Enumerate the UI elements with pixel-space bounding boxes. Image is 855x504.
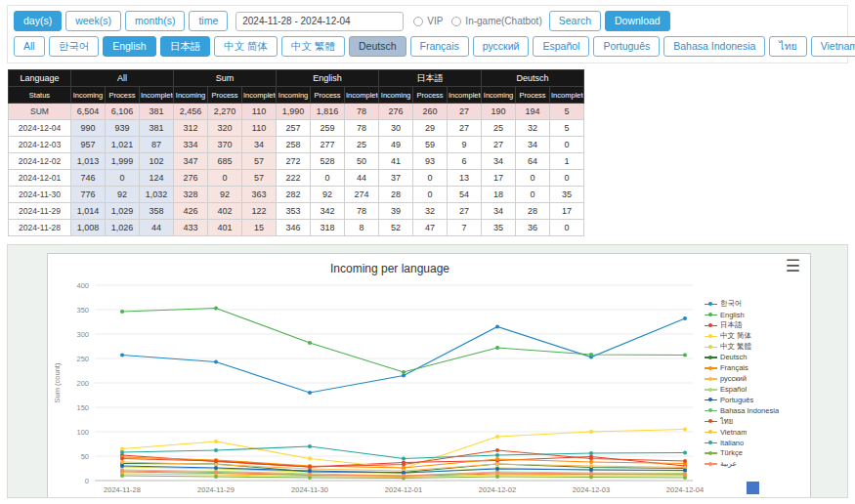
row-label: 2024-12-02 <box>9 153 71 170</box>
legend-item[interactable]: Deutsch <box>705 352 789 362</box>
language-button[interactable]: 中文 繁體 <box>281 36 345 57</box>
svg-text:400: 400 <box>76 281 89 290</box>
ingame-chatbot-checkbox[interactable]: In-game(Chatbot) <box>451 16 541 26</box>
legend-item[interactable]: 中文 简体 <box>705 331 789 342</box>
table-cell: 6 <box>448 153 482 170</box>
row-label: 2024-11-30 <box>9 187 71 203</box>
chart-legend: 한국어English日本語中文 简体中文 繁體DeutschFrançaisру… <box>705 299 789 469</box>
header-subcolumn: Process <box>413 87 448 104</box>
table-cell: 52 <box>379 220 413 236</box>
table-cell: 358 <box>140 203 174 220</box>
legend-item[interactable]: عربية <box>705 458 789 469</box>
header-subcolumn: Incomplete <box>550 87 584 104</box>
table-cell: 276 <box>379 104 413 120</box>
language-button[interactable]: Vietnam <box>811 36 855 57</box>
table-cell: 746 <box>71 170 106 187</box>
period-button-days[interactable]: day(s) <box>14 11 62 31</box>
period-button-months[interactable]: month(s) <box>125 11 185 31</box>
table-cell: 6,106 <box>106 104 140 120</box>
legend-item[interactable]: Português <box>705 395 789 405</box>
language-button[interactable]: 日本語 <box>160 36 211 57</box>
language-button[interactable]: Português <box>593 36 660 57</box>
table-cell: 257 <box>277 120 311 137</box>
legend-item[interactable]: 日本語 <box>705 320 789 331</box>
language-button[interactable]: 한국어 <box>49 36 100 57</box>
legend-item[interactable]: English <box>705 310 789 320</box>
table-cell: 47 <box>413 220 448 236</box>
table-cell: 260 <box>413 104 448 120</box>
legend-item[interactable]: Français <box>705 362 789 373</box>
table-row: 2024-12-017460124276057222044370131700 <box>9 170 584 187</box>
language-button[interactable]: Français <box>410 36 469 57</box>
table-cell: 274 <box>345 187 379 203</box>
legend-scroll-thumb[interactable] <box>747 482 759 494</box>
language-button[interactable]: All <box>14 36 45 57</box>
legend-item[interactable]: ไทย <box>705 416 789 427</box>
table-row: 2024-12-021,0131,99910234768557272528504… <box>9 153 584 170</box>
table-cell: 0 <box>413 187 448 203</box>
table-cell: 312 <box>174 120 208 137</box>
legend-marker-icon <box>705 301 717 308</box>
language-button[interactable]: ไทย <box>769 36 806 57</box>
period-button-time[interactable]: time <box>189 11 228 31</box>
language-button[interactable]: Español <box>533 36 589 57</box>
legend-label: ไทย <box>720 415 733 427</box>
table-cell: 990 <box>71 120 106 137</box>
table-cell: 7 <box>448 220 482 236</box>
legend-item[interactable]: Türkçe <box>705 447 789 458</box>
table-cell: 5 <box>550 120 584 137</box>
legend-marker-icon <box>705 440 717 446</box>
language-button[interactable]: English <box>103 36 155 57</box>
table-cell: 1 <box>550 153 584 170</box>
legend-label: 中文 简体 <box>720 331 751 341</box>
legend-item[interactable]: 中文 繁體 <box>705 342 789 353</box>
legend-item[interactable]: русский <box>705 373 789 384</box>
table-cell: 44 <box>140 220 174 236</box>
header-subcolumn: Process <box>208 87 242 104</box>
table-cell: 17 <box>550 203 584 220</box>
download-button[interactable]: Download <box>605 11 670 31</box>
legend-label: عربية <box>720 459 737 468</box>
language-button[interactable]: Deutsch <box>349 36 406 57</box>
search-button[interactable]: Search <box>549 11 601 31</box>
legend-marker-icon <box>705 344 717 351</box>
table-cell: 0 <box>208 170 242 187</box>
table-cell: 222 <box>277 170 311 187</box>
legend-item[interactable]: Español <box>705 384 789 395</box>
period-button-group: day(s)week(s)month(s)time <box>14 11 232 31</box>
table-cell: 92 <box>311 187 345 203</box>
header-subcolumn: Incomplete <box>242 87 277 104</box>
header-status: Status <box>9 87 71 104</box>
svg-text:2024-12-01: 2024-12-01 <box>385 485 422 494</box>
table-row: 2024-12-039571,0218733437034258277254959… <box>9 137 584 153</box>
table-cell: 194 <box>516 104 550 120</box>
ingame-chatbot-checkbox-circle[interactable] <box>451 17 461 26</box>
table-cell: 0 <box>413 170 448 187</box>
svg-text:250: 250 <box>76 355 89 363</box>
table-row: SUM6,5046,1063812,4562,2701101,9901,8167… <box>9 104 584 120</box>
table-cell: 1,816 <box>311 104 345 120</box>
legend-item[interactable]: Bahasa Indonesia <box>705 405 789 416</box>
legend-item[interactable]: Vietnam <box>705 427 789 438</box>
language-button[interactable]: русский <box>473 36 530 57</box>
table-cell: 318 <box>311 220 345 236</box>
table-cell: 34 <box>242 137 277 153</box>
legend-label: English <box>720 311 745 319</box>
table-cell: 258 <box>277 137 311 153</box>
header-group: English <box>277 70 379 87</box>
vip-checkbox[interactable]: VIP <box>413 16 443 26</box>
header-subcolumn: Process <box>311 87 345 104</box>
legend-marker-icon <box>705 333 717 340</box>
chart-menu-icon[interactable]: ☰ <box>786 258 800 274</box>
language-button[interactable]: Bahasa Indonesia <box>663 36 765 57</box>
legend-item[interactable]: 한국어 <box>705 299 789 310</box>
period-button-weeks[interactable]: week(s) <box>65 11 121 31</box>
table-cell: 92 <box>208 187 242 203</box>
table-cell: 34 <box>482 153 516 170</box>
date-range-input[interactable] <box>235 12 404 31</box>
table-cell: 1,014 <box>71 203 106 220</box>
vip-checkbox-circle[interactable] <box>413 17 423 26</box>
legend-item[interactable]: Italiano <box>705 438 789 448</box>
language-button[interactable]: 中文 简体 <box>214 36 278 57</box>
table-cell: 776 <box>71 187 106 203</box>
